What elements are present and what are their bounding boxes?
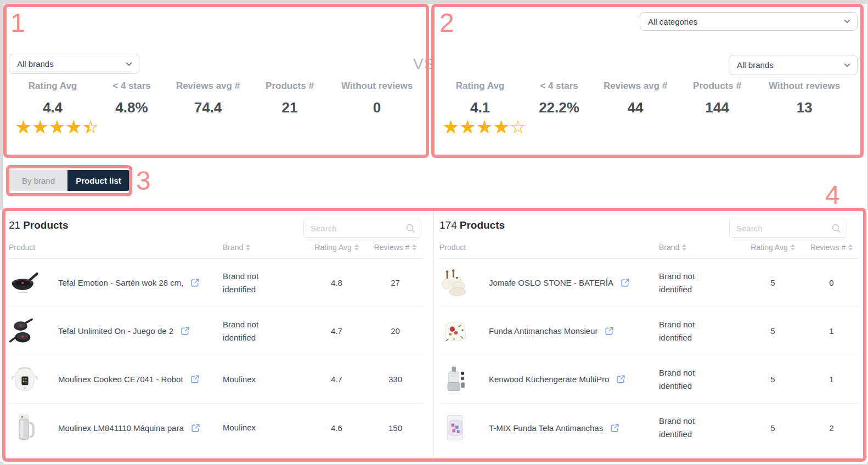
sort-icon[interactable] xyxy=(848,244,853,251)
stat-reviews-avg: Reviews avg #44 xyxy=(594,81,677,137)
stat-label: Products # xyxy=(677,81,758,92)
column-header-brand[interactable]: Brand xyxy=(659,243,741,252)
product-reviews-count: 330 xyxy=(368,375,422,384)
floral-cover-thumbnail-icon xyxy=(439,315,471,347)
product-reviews-count: 1 xyxy=(804,326,859,336)
product-reviews-count: 150 xyxy=(368,423,422,433)
chevron-down-icon xyxy=(844,63,850,67)
left-product-count: 21 xyxy=(9,219,20,231)
stat-rating-avg: Rating Avg4.1☆☆☆☆☆★★★★★ xyxy=(436,81,524,137)
stat-label: Without reviews xyxy=(758,81,851,92)
food-processor-thumbnail-icon xyxy=(439,364,471,395)
product-reviews-count: 27 xyxy=(368,278,422,287)
table-row: Kenwood Küchengeräte MultiProBrand not i… xyxy=(439,355,859,404)
search-icon xyxy=(406,224,415,233)
left-stats-row: Rating Avg4.4☆☆☆☆☆★★★★★< 4 stars4.8%Revi… xyxy=(9,81,424,137)
column-label: Reviews # xyxy=(374,243,410,252)
product-brand: Brand not identified xyxy=(223,318,305,344)
stat-label: Reviews avg # xyxy=(167,81,249,92)
stat-4-stars: < 4 stars22.2% xyxy=(524,81,594,137)
right-brand-filter-value: All brands xyxy=(737,60,774,70)
right-product-table: 174Products ProductBrandRating AvgReview… xyxy=(433,210,868,462)
left-brand-filter-dropdown[interactable]: All brands xyxy=(9,54,139,74)
product-reviews-count: 0 xyxy=(804,278,859,287)
external-link-icon[interactable] xyxy=(616,374,626,384)
product-rating: 4.7 xyxy=(305,326,368,336)
stat-label: < 4 stars xyxy=(524,81,594,92)
chevron-down-icon xyxy=(126,62,132,66)
table-row: Funda Antimanchas MonsieurBrand not iden… xyxy=(439,307,859,355)
column-header-brand[interactable]: Brand xyxy=(223,243,305,252)
stat-products: Products #21 xyxy=(249,81,330,137)
product-name: T-MIX Funda Tela Antimanchas xyxy=(489,423,603,433)
sort-icon[interactable] xyxy=(354,244,359,251)
stat-label: Reviews avg # xyxy=(594,81,677,92)
column-header-rating-avg[interactable]: Rating Avg xyxy=(305,243,368,252)
right-search-input[interactable] xyxy=(730,224,832,233)
external-link-icon[interactable] xyxy=(190,374,200,384)
product-reviews-count: 20 xyxy=(368,326,422,336)
tab-product-list[interactable]: Product list xyxy=(67,170,129,191)
sort-icon[interactable] xyxy=(682,244,686,251)
product-rating: 5 xyxy=(741,423,804,433)
product-brand: Brand not identified xyxy=(223,270,305,296)
left-product-table: 21Products ProductBrandRating AvgReviews… xyxy=(0,210,433,462)
stat-value: 4.1 xyxy=(436,99,524,116)
product-rating: 5 xyxy=(741,278,804,287)
left-table-body: Tefal Emotion - Sartén wok 28 cm,Brand n… xyxy=(9,259,422,452)
right-category-filter-value: All categories xyxy=(648,17,697,26)
product-rating: 5 xyxy=(741,375,804,384)
product-brand: Brand not identified xyxy=(659,366,741,393)
column-header-rating-avg[interactable]: Rating Avg xyxy=(741,243,804,252)
product-rating: 4.7 xyxy=(305,375,368,384)
column-header-reviews[interactable]: Reviews # xyxy=(804,243,859,252)
table-row: T-MIX Funda Tela AntimanchasBrand not id… xyxy=(439,404,859,452)
product-name: Tefal Unlimited On - Juego de 2 xyxy=(58,326,173,336)
right-table-header: ProductBrandRating AvgReviews # xyxy=(439,236,859,259)
right-brand-filter-dropdown[interactable]: All brands xyxy=(729,55,858,75)
column-label: Brand xyxy=(223,243,243,252)
column-header-reviews[interactable]: Reviews # xyxy=(368,243,422,252)
view-tabs: By brandProduct list xyxy=(9,170,129,191)
product-name: Jomafe OSLO STONE - BATERÍA xyxy=(489,278,613,287)
sort-icon[interactable] xyxy=(412,244,416,251)
cookware-set-thumbnail-icon xyxy=(439,267,471,299)
left-search-input[interactable] xyxy=(304,224,406,233)
window-edge-top xyxy=(0,0,868,4)
external-link-icon[interactable] xyxy=(620,277,630,288)
stat-value: 44 xyxy=(594,99,677,116)
comparison-dashboard: VS All brands Rating Avg4.4☆☆☆☆☆★★★★★< 4… xyxy=(0,0,868,465)
table-row: Tefal Unlimited On - Juego de 2Brand not… xyxy=(9,307,422,355)
stat-value: 4.8% xyxy=(97,99,167,116)
column-label: Product xyxy=(439,243,466,252)
sort-icon[interactable] xyxy=(791,244,795,251)
annotation-number-3: 3 xyxy=(136,168,151,194)
external-link-icon[interactable] xyxy=(190,277,200,288)
stat-reviews-avg: Reviews avg #74.4 xyxy=(167,81,249,137)
stat-value: 22.2% xyxy=(524,99,594,116)
star-rating-icon: ☆☆☆☆☆★★★★★ xyxy=(443,117,527,137)
column-label: Product xyxy=(9,243,35,252)
external-link-icon[interactable] xyxy=(190,423,201,433)
column-header-product: Product xyxy=(9,243,223,252)
external-link-icon[interactable] xyxy=(604,326,615,336)
stat-rating-avg: Rating Avg4.4☆☆☆☆☆★★★★★ xyxy=(9,81,97,137)
external-link-icon[interactable] xyxy=(610,423,620,433)
sort-icon[interactable] xyxy=(246,244,250,251)
product-name: Kenwood Küchengeräte MultiPro xyxy=(489,375,609,384)
external-link-icon[interactable] xyxy=(180,326,190,336)
stat-4-stars: < 4 stars4.8% xyxy=(97,81,167,137)
table-row: Tefal Emotion - Sartén wok 28 cm,Brand n… xyxy=(9,259,422,307)
stat-value: 21 xyxy=(249,99,330,116)
product-name: Tefal Emotion - Sartén wok 28 cm, xyxy=(58,278,183,287)
product-brand: Brand not identified xyxy=(659,270,741,296)
column-header-product: Product xyxy=(439,243,659,252)
product-reviews-count: 2 xyxy=(804,423,859,433)
column-label: Reviews # xyxy=(810,243,846,252)
table-row: Jomafe OSLO STONE - BATERÍABrand not ide… xyxy=(439,259,859,307)
stat-value: 144 xyxy=(677,99,758,116)
pan-set-thumbnail-icon xyxy=(9,315,41,347)
tab-by-brand[interactable]: By brand xyxy=(9,170,67,191)
right-category-filter-dropdown[interactable]: All categories xyxy=(640,12,858,31)
product-rating: 4.6 xyxy=(305,423,368,433)
